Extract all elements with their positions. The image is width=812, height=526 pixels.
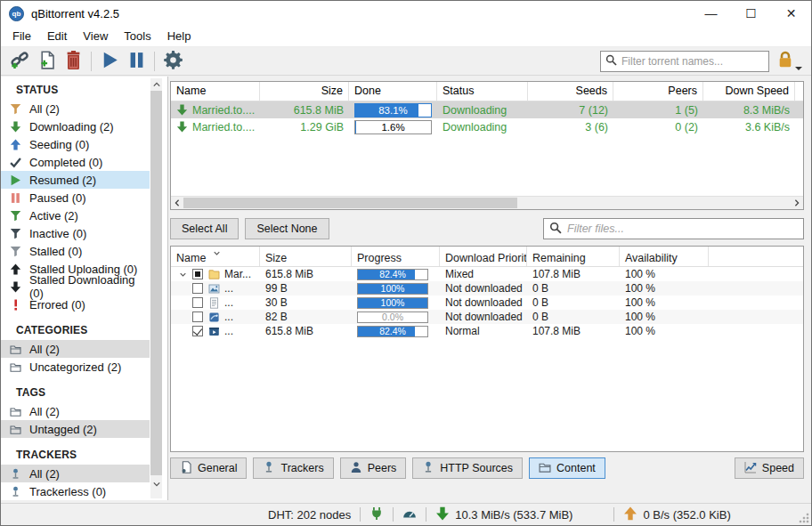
files-header[interactable]: NameSizeProgressDownload PriorityRemaini… (171, 247, 803, 267)
sidebar-item-resumed-2[interactable]: Resumed (2) (1, 171, 150, 189)
tab-speed[interactable]: Speed (735, 457, 804, 479)
select-none-button[interactable]: Select None (245, 218, 329, 239)
file-cell-remaining: 107.8 MiB (527, 324, 620, 338)
sidebar-item-seeding-0[interactable]: Seeding (0) (1, 135, 150, 153)
sidebar-item-completed-0[interactable]: Completed (0) (1, 153, 150, 171)
file-row[interactable]: ...615.8 MiB82.4%Normal107.8 MiB100 % (171, 324, 803, 338)
resume-button[interactable] (96, 49, 123, 74)
connection-status-icon[interactable] (369, 506, 384, 523)
file-checkbox-checked[interactable] (192, 326, 203, 336)
sidebar-scrollbar[interactable] (150, 78, 162, 498)
minimize-button[interactable]: — (691, 1, 731, 26)
file-column-header-size[interactable]: Size (260, 247, 352, 266)
file-cell-progress: 82.4% (352, 324, 440, 338)
sidebar-item-all-2[interactable]: All (2) (1, 340, 150, 358)
maximize-button[interactable]: ☐ (731, 1, 771, 26)
sidebar-item-inactive-0[interactable]: Inactive (0) (1, 224, 150, 242)
add-torrent-file-button[interactable] (33, 49, 60, 74)
sidebar-item-all-2[interactable]: All (2) (1, 402, 150, 420)
column-header-status[interactable]: Status (437, 82, 528, 101)
file-checkbox-unchecked[interactable] (192, 297, 203, 308)
folder-outline-icon (9, 405, 21, 417)
select-all-button[interactable]: Select All (170, 218, 239, 239)
file-checkbox-partial[interactable] (192, 269, 203, 279)
file-row[interactable]: ...30 B100%Not downloaded0 B100 % (171, 295, 803, 310)
sidebar-item-downloading-2[interactable]: Downloading (2) (1, 117, 150, 135)
sidebar-section-categories[interactable]: CATEGORIES (1, 320, 150, 340)
sidebar-item-all-2[interactable]: All (2) (1, 465, 150, 482)
file-checkbox-unchecked[interactable] (192, 312, 203, 322)
scroll-left-icon[interactable] (171, 197, 183, 209)
menu-tools[interactable]: Tools (116, 27, 158, 45)
alt-speed-limits-icon[interactable] (402, 506, 417, 523)
tab-content[interactable]: Content (529, 457, 605, 479)
hscrollbar-thumb[interactable] (183, 198, 517, 208)
torrent-list-header[interactable]: NameSizeDoneStatusSeedsPeersDown Speed (171, 82, 803, 101)
file-cell-priority: Not downloaded (440, 281, 527, 295)
tab-http-sources[interactable]: HTTP Sources (412, 457, 523, 479)
file-row[interactable]: ...99 B100%Not downloaded0 B100 % (171, 281, 803, 295)
sidebar-section-status[interactable]: STATUS (1, 80, 150, 100)
progress-label: 0.0% (358, 312, 427, 322)
sidebar-item-trackerless-0[interactable]: Trackerless (0) (1, 482, 150, 500)
resize-grip[interactable] (799, 513, 809, 523)
sidebar-item-label: Seeding (0) (29, 138, 89, 151)
delete-button[interactable] (60, 49, 86, 74)
sidebar-item-label: Errored (0) (29, 298, 85, 312)
sidebar-item-all-2[interactable]: All (2) (1, 100, 150, 117)
expander-icon[interactable] (176, 271, 189, 278)
torrent-row[interactable]: Married.to....615.8 MiB83.1%Downloading7… (171, 101, 803, 118)
column-header-done[interactable]: Done (349, 82, 437, 101)
column-header-peers[interactable]: Peers (613, 82, 703, 101)
sidebar-item-uncategorized-2[interactable]: Uncategorized (2) (1, 358, 150, 376)
scroll-right-icon[interactable] (791, 197, 803, 209)
folder-outline-icon (9, 360, 21, 373)
torrent-filter-input[interactable] (621, 55, 764, 68)
file-cell-priority: Mixed (440, 267, 527, 281)
menu-edit[interactable]: Edit (39, 27, 75, 45)
sidebar-item-label: Trackerless (0) (29, 485, 106, 498)
torrent-row[interactable]: Married.to....1.29 GiB1.6%Downloading3 (… (171, 118, 803, 135)
pause-button[interactable] (123, 49, 150, 74)
file-checkbox-unchecked[interactable] (192, 283, 203, 294)
sidebar-item-stalled-downloading-0[interactable]: Stalled Downloading (0) (1, 278, 150, 295)
file-row[interactable]: ...82 B0.0%Not downloaded0 B100 % (171, 310, 803, 324)
sidebar-item-label: Stalled Downloading (0) (29, 273, 150, 300)
file-column-header-progress[interactable]: Progress (352, 247, 440, 266)
sidebar-scrollbar-thumb[interactable] (150, 91, 162, 475)
file-row[interactable]: Mar...615.8 MiB82.4%Mixed107.8 MiB100 % (171, 267, 803, 281)
torrent-list-hscrollbar[interactable] (171, 196, 803, 209)
file-column-header-remaining[interactable]: Remaining (527, 247, 620, 266)
tab-general[interactable]: General (170, 457, 247, 479)
file-image-icon (208, 283, 220, 295)
sidebar-section-trackers[interactable]: TRACKERS (1, 445, 150, 465)
tab-trackers[interactable]: Trackers (253, 457, 333, 479)
bottom-tabs: GeneralTrackersPeersHTTP SourcesContentS… (170, 457, 804, 480)
column-header-size[interactable]: Size (260, 82, 349, 101)
options-button[interactable] (159, 49, 186, 74)
sidebar-item-stalled-0[interactable]: Stalled (0) (1, 242, 150, 260)
column-header-seeds[interactable]: Seeds (528, 82, 613, 101)
menu-view[interactable]: View (75, 27, 116, 45)
close-button[interactable]: ✕ (771, 1, 811, 26)
sidebar-section-tags[interactable]: TAGS (1, 383, 150, 402)
progress-label: 100% (358, 298, 427, 308)
file-column-header-availability[interactable]: Availability (620, 247, 709, 266)
menu-file[interactable]: File (4, 27, 39, 45)
lock-button[interactable] (776, 50, 802, 72)
sidebar-item-label: Downloading (2) (29, 120, 114, 134)
sidebar-item-untagged-2[interactable]: Untagged (2) (1, 420, 150, 438)
tab-peers[interactable]: Peers (340, 457, 407, 479)
column-header-down-speed[interactable]: Down Speed (703, 82, 795, 101)
sidebar-item-active-2[interactable]: Active (2) (1, 206, 150, 224)
scroll-up-icon[interactable] (150, 78, 162, 90)
file-column-header-download-priority[interactable]: Download Priority (440, 247, 527, 266)
sidebar-item-paused-0[interactable]: Paused (0) (1, 189, 150, 206)
torrent-cell-value: Downloading (443, 121, 507, 134)
column-header-name[interactable]: Name (171, 82, 260, 101)
menu-help[interactable]: Help (159, 27, 199, 45)
done-progressbar: 83.1% (354, 103, 432, 117)
scroll-down-icon[interactable] (150, 478, 162, 490)
add-torrent-link-button[interactable] (6, 49, 33, 74)
file-filter-input[interactable] (567, 223, 798, 235)
